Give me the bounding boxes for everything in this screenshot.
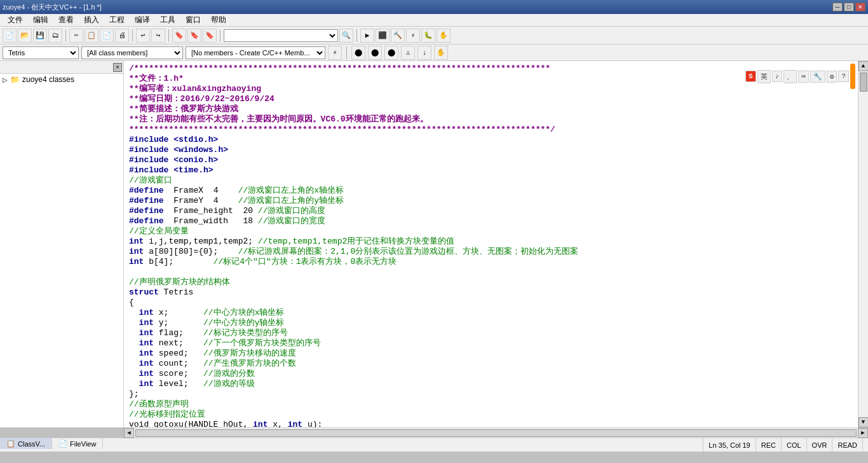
class-view-tab[interactable]: 📋 ClassV... bbox=[0, 438, 52, 449]
nav-btn5[interactable]: ⚠ bbox=[401, 46, 415, 60]
menu-help[interactable]: 帮助 bbox=[206, 13, 231, 27]
tree-item-label: zuoye4 classes bbox=[22, 75, 74, 84]
menu-insert[interactable]: 插入 bbox=[79, 13, 104, 27]
tree-item-root[interactable]: ▷ 📁 zuoye4 classes bbox=[0, 74, 123, 85]
title-buttons: ─ □ ✕ bbox=[831, 3, 865, 11]
compile-btn[interactable]: ⚡ bbox=[406, 29, 420, 43]
members-combo[interactable]: [All class members] bbox=[81, 46, 183, 59]
redo-btn[interactable]: ↪ bbox=[151, 29, 165, 43]
ime-lang-btn[interactable]: 英 bbox=[757, 70, 771, 83]
new-btn[interactable]: 📄 bbox=[3, 29, 17, 43]
horizontal-scrollbar[interactable]: ◀ ▶ bbox=[124, 427, 868, 438]
save-all-btn[interactable]: 🗂 bbox=[48, 29, 62, 43]
paste-btn[interactable]: 📄 bbox=[100, 29, 114, 43]
title-text: zuoye4 - 创天中文VC++ - [1.h *] bbox=[3, 3, 102, 12]
status-bar: Ready Ln 35, Col 19 REC COL OVR READ bbox=[0, 438, 868, 452]
main-layout: ✕ ▷ 📁 zuoye4 classes /******************… bbox=[0, 61, 868, 427]
ime-music-btn[interactable]: ♪ bbox=[772, 71, 783, 82]
hand-btn[interactable]: ✋ bbox=[437, 29, 451, 43]
class-combo[interactable]: Tetris bbox=[3, 46, 79, 59]
copy-btn[interactable]: 📋 bbox=[85, 29, 98, 43]
status-position: Ln 35, Col 19 bbox=[703, 438, 756, 452]
menu-file[interactable]: 文件 bbox=[3, 13, 28, 27]
nav-btn6[interactable]: ↓ bbox=[417, 46, 431, 60]
ime-punct-btn[interactable]: 、 bbox=[783, 70, 797, 83]
file-view-icon: 📄 bbox=[58, 439, 67, 448]
ime-extra-btn[interactable]: 🔧 bbox=[810, 71, 825, 83]
bookmark3-btn[interactable]: 🔖 bbox=[203, 29, 217, 43]
menu-window[interactable]: 窗口 bbox=[180, 13, 206, 27]
tree-expand-icon: ▷ bbox=[3, 76, 8, 83]
debug-btn[interactable]: 🐛 bbox=[421, 29, 435, 43]
sep1 bbox=[65, 29, 66, 42]
bookmark1-btn[interactable]: 🔖 bbox=[172, 29, 186, 43]
bottom-tabs: 📋 ClassV... 📄 FileView bbox=[0, 438, 103, 449]
scroll-up-arrow[interactable]: ▲ bbox=[858, 61, 869, 71]
cut-btn[interactable]: ✂ bbox=[69, 29, 83, 43]
code-area: /***************************************… bbox=[124, 61, 868, 427]
class-view-label: ClassV... bbox=[18, 440, 45, 448]
scroll-down-arrow[interactable]: ▼ bbox=[858, 417, 869, 427]
ime-settings-btn[interactable]: ⚙ bbox=[827, 71, 837, 83]
no-members-combo[interactable]: [No members - Create C/C++ Memb... bbox=[186, 46, 325, 59]
undo-btn[interactable]: ↩ bbox=[136, 29, 150, 43]
vertical-scrollbar[interactable]: ▲ ▼ bbox=[858, 61, 868, 427]
stop-btn[interactable]: ⬛ bbox=[376, 29, 390, 43]
sep4 bbox=[220, 29, 220, 42]
sep2 bbox=[132, 29, 133, 42]
status-ready: Ready bbox=[5, 438, 703, 452]
open-btn[interactable]: 📂 bbox=[18, 29, 32, 43]
nav-btn7[interactable]: ✋ bbox=[434, 46, 448, 60]
tree-folder-icon: 📁 bbox=[10, 75, 20, 84]
menu-project[interactable]: 工程 bbox=[104, 13, 130, 27]
hscroll-thumb[interactable] bbox=[135, 429, 857, 437]
scroll-thumb[interactable] bbox=[860, 73, 867, 92]
build-btn[interactable]: 🔨 bbox=[391, 29, 405, 43]
main-toolbar: 📄 📂 💾 🗂 ✂ 📋 📄 🖨 ↩ ↪ 🔖 🔖 🔖 🔍 ▶ ⬛ 🔨 ⚡ 🐛 ✋ bbox=[0, 27, 868, 45]
run-btn[interactable]: ▶ bbox=[360, 29, 374, 43]
status-rec: REC bbox=[756, 438, 782, 452]
sep6 bbox=[346, 46, 347, 59]
menu-view[interactable]: 查看 bbox=[53, 13, 79, 27]
bookmark2-btn[interactable]: 🔖 bbox=[187, 29, 201, 43]
left-panel: ✕ ▷ 📁 zuoye4 classes bbox=[0, 61, 124, 427]
nav-btn3[interactable]: ⬤ bbox=[368, 46, 382, 60]
ime-keyboard-btn[interactable]: ⌨ bbox=[798, 71, 809, 83]
close-button[interactable]: ✕ bbox=[855, 3, 865, 11]
restore-button[interactable]: □ bbox=[844, 3, 854, 11]
ime-s-btn[interactable]: S bbox=[745, 71, 756, 82]
save-btn[interactable]: 💾 bbox=[33, 29, 47, 43]
menu-bar: 文件 编辑 查看 插入 工程 编译 工具 窗口 帮助 bbox=[0, 14, 868, 27]
panel-close-btn[interactable]: ✕ bbox=[113, 63, 122, 72]
status-col: COL bbox=[782, 438, 807, 452]
status-read: READ bbox=[832, 438, 863, 452]
code-scroll[interactable]: /***************************************… bbox=[124, 61, 858, 427]
search-combo[interactable] bbox=[224, 29, 338, 42]
ime-help-btn[interactable]: ? bbox=[838, 71, 849, 82]
hscroll-left-arrow[interactable]: ◀ bbox=[124, 428, 134, 438]
menu-edit[interactable]: 编辑 bbox=[28, 13, 53, 27]
sep5 bbox=[356, 29, 357, 42]
print-btn[interactable]: 🖨 bbox=[115, 29, 129, 43]
nav-btn4[interactable]: ⬤ bbox=[384, 46, 398, 60]
menu-compile[interactable]: 编译 bbox=[130, 13, 155, 27]
minimize-button[interactable]: ─ bbox=[832, 3, 843, 11]
code-content: /***************************************… bbox=[124, 64, 858, 427]
search-btn[interactable]: 🔍 bbox=[339, 29, 353, 43]
hscroll-right-arrow[interactable]: ▶ bbox=[858, 428, 868, 438]
status-ovr: OVR bbox=[807, 438, 833, 452]
menu-tools[interactable]: 工具 bbox=[155, 13, 180, 27]
panel-header: ✕ bbox=[0, 61, 123, 74]
class-view-icon: 📋 bbox=[6, 439, 15, 448]
file-view-label: FileView bbox=[70, 440, 96, 448]
nav-btn1[interactable]: ⚡ bbox=[328, 46, 342, 60]
file-view-tab[interactable]: 📄 FileView bbox=[52, 438, 103, 449]
class-toolbar: Tetris [All class members] [No members -… bbox=[0, 45, 868, 61]
sep3 bbox=[168, 29, 169, 42]
side-handle[interactable] bbox=[850, 64, 855, 89]
title-bar: zuoye4 - 创天中文VC++ - [1.h *] ─ □ ✕ bbox=[0, 0, 868, 14]
nav-btn2[interactable]: ⬤ bbox=[351, 46, 365, 60]
ime-toolbar: S 英 ♪ 、 ⌨ 🔧 ⚙ ? bbox=[745, 64, 855, 89]
